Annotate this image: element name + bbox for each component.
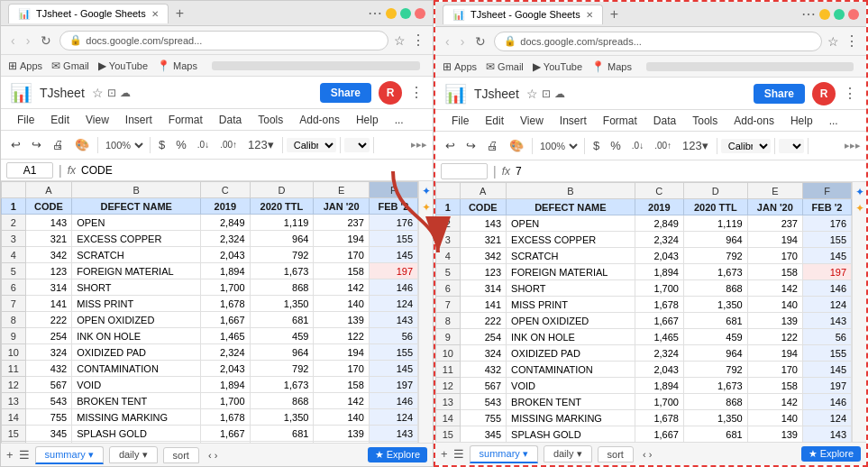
table-cell[interactable]: FEB '2 <box>802 199 851 215</box>
table-cell[interactable]: 567 <box>25 377 72 393</box>
table-cell[interactable]: 1,350 <box>683 297 747 313</box>
table-cell[interactable]: FOREIGN MATERIAL <box>72 263 201 279</box>
left-tab-close[interactable]: ✕ <box>151 9 159 19</box>
table-cell[interactable]: 146 <box>802 394 851 410</box>
table-cell[interactable]: MISS PRINT <box>72 296 201 312</box>
table-cell[interactable]: 143 <box>460 215 507 232</box>
sheet-list-icon-left[interactable]: ☰ <box>19 448 30 462</box>
table-cell[interactable]: 321 <box>460 232 507 248</box>
left-active-tab[interactable]: 📊 TJsheet - Google Sheets ✕ <box>8 4 169 23</box>
table-cell[interactable]: 2,324 <box>635 232 683 248</box>
add-sheet-icon-left[interactable]: + <box>6 448 14 462</box>
table-cell[interactable]: 145 <box>802 362 851 378</box>
table-cell[interactable]: 314 <box>460 280 507 297</box>
menu-help-right[interactable]: Help <box>783 113 820 129</box>
table-cell[interactable]: 140 <box>314 296 369 312</box>
table-cell[interactable]: 342 <box>25 247 72 263</box>
table-cell[interactable]: 314 <box>25 279 72 296</box>
table-cell[interactable]: 197 <box>369 377 417 393</box>
close-btn-right[interactable] <box>848 9 859 20</box>
table-cell[interactable]: 1,700 <box>201 393 250 409</box>
table-cell[interactable]: OPEN <box>72 215 201 231</box>
fontsize-select-right[interactable]: 12 <box>779 139 804 153</box>
table-row[interactable]: 2143OPEN2,8491,119237176 <box>2 215 418 231</box>
close-btn-left[interactable] <box>415 8 425 19</box>
table-cell[interactable]: 139 <box>747 313 802 329</box>
table-cell[interactable]: 142 <box>314 393 369 409</box>
table-row[interactable]: 12567VOID1,8941,673158197 <box>2 377 418 393</box>
table-cell[interactable]: 324 <box>460 345 507 362</box>
table-cell[interactable]: 964 <box>683 345 747 362</box>
menu-view-right[interactable]: View <box>513 113 551 129</box>
table-row[interactable]: 5123FOREIGN MATERIAL1,8941,673158197 <box>436 264 852 280</box>
sheet-tab-daily-left[interactable]: daily ▾ <box>109 446 158 463</box>
currency-btn-right[interactable]: $ <box>589 136 604 155</box>
table-cell[interactable]: INK ON HOLE <box>72 328 201 344</box>
table-cell[interactable]: 170 <box>747 362 802 378</box>
toolbar-more-right[interactable]: ▸▸▸ <box>845 140 861 151</box>
table-cell[interactable]: DEFECT NAME <box>72 198 201 215</box>
table-cell[interactable]: 254 <box>460 329 507 345</box>
table-cell[interactable]: 1,119 <box>250 215 314 231</box>
table-cell[interactable]: 868 <box>683 280 747 297</box>
font-select-left[interactable]: Calibri <box>287 138 336 152</box>
table-cell[interactable]: 681 <box>250 426 314 442</box>
table-cell[interactable]: 2,849 <box>201 215 250 231</box>
menu-tools-right[interactable]: Tools <box>685 113 725 129</box>
table-cell[interactable]: 146 <box>802 280 851 297</box>
bm-youtube-right[interactable]: ▶ YouTube <box>533 60 582 73</box>
table-cell[interactable]: 142 <box>747 280 802 297</box>
table-cell[interactable]: 755 <box>460 410 507 426</box>
new-tab-button-left[interactable]: + <box>172 5 187 22</box>
table-cell[interactable]: 170 <box>314 361 369 377</box>
table-cell[interactable]: 158 <box>747 378 802 394</box>
table-row[interactable]: 5123FOREIGN MATERIAL1,8941,673158197 <box>2 263 418 279</box>
table-cell[interactable]: CODE <box>460 199 507 215</box>
table-cell[interactable]: EXCESS COPPER <box>507 232 635 248</box>
table-cell[interactable]: VOID <box>507 378 635 394</box>
formula-input-right[interactable] <box>516 165 861 178</box>
menu-file-right[interactable]: File <box>444 113 476 129</box>
table-cell[interactable]: 681 <box>250 312 314 328</box>
right-col-D[interactable]: D <box>683 183 747 199</box>
explore-btn-left[interactable]: ★ Explore <box>368 447 427 462</box>
table-row[interactable]: 6314SHORT1,700868142146 <box>436 280 852 297</box>
table-cell[interactable]: 1,667 <box>635 426 683 443</box>
table-cell[interactable]: 158 <box>314 263 369 279</box>
table-cell[interactable]: 964 <box>250 231 314 247</box>
minimize-btn-right[interactable] <box>819 9 830 20</box>
table-cell[interactable]: 792 <box>250 361 314 377</box>
table-cell[interactable]: 2019 <box>635 199 683 215</box>
sheet-tab-sort-left[interactable]: sort <box>163 447 199 463</box>
table-row[interactable]: 7141MISS PRINT1,6781,350140124 <box>436 297 852 313</box>
left-col-B[interactable]: B <box>72 182 201 198</box>
table-row[interactable]: 9254INK ON HOLE1,46545912256 <box>2 328 418 344</box>
toolbar-more-left[interactable]: ▸▸▸ <box>411 139 427 151</box>
table-cell[interactable]: OPEN OXIDIZED <box>507 313 635 329</box>
menu-edit-right[interactable]: Edit <box>478 113 511 129</box>
more-btn-right[interactable]: ⋮ <box>843 85 857 102</box>
table-cell[interactable]: 2020 TTL <box>683 199 747 215</box>
table-cell[interactable]: 143 <box>369 426 417 442</box>
table-cell[interactable]: 124 <box>369 409 417 426</box>
table-cell[interactable]: 141 <box>460 297 507 313</box>
menu-insert-right[interactable]: Insert <box>553 113 594 129</box>
print-btn-left[interactable]: 🖨 <box>48 135 69 154</box>
table-row[interactable]: 13543BROKEN TENT1,700868142146 <box>436 394 852 410</box>
table-cell[interactable]: CONTAMINATION <box>72 361 201 377</box>
table-cell[interactable]: DEFECT NAME <box>507 199 635 215</box>
table-cell[interactable]: 145 <box>802 248 851 264</box>
left-col-C[interactable]: C <box>201 182 250 198</box>
table-cell[interactable]: 1,465 <box>201 442 250 444</box>
table-row[interactable]: 16333WRONG DESIGN1,46545912256 <box>2 442 418 444</box>
table-cell[interactable]: 56 <box>369 442 417 444</box>
table-cell[interactable]: 124 <box>802 410 851 426</box>
redo-btn-right[interactable]: ↪ <box>461 136 480 155</box>
sheet-list-icon-right[interactable]: ☰ <box>453 447 464 461</box>
table-cell[interactable]: 432 <box>460 362 507 378</box>
table-cell[interactable]: 222 <box>460 313 507 329</box>
menu-tools-left[interactable]: Tools <box>251 112 290 128</box>
redo-btn-left[interactable]: ↪ <box>27 135 46 154</box>
table-cell[interactable]: 142 <box>747 394 802 410</box>
table-cell[interactable]: 1,894 <box>635 378 683 394</box>
